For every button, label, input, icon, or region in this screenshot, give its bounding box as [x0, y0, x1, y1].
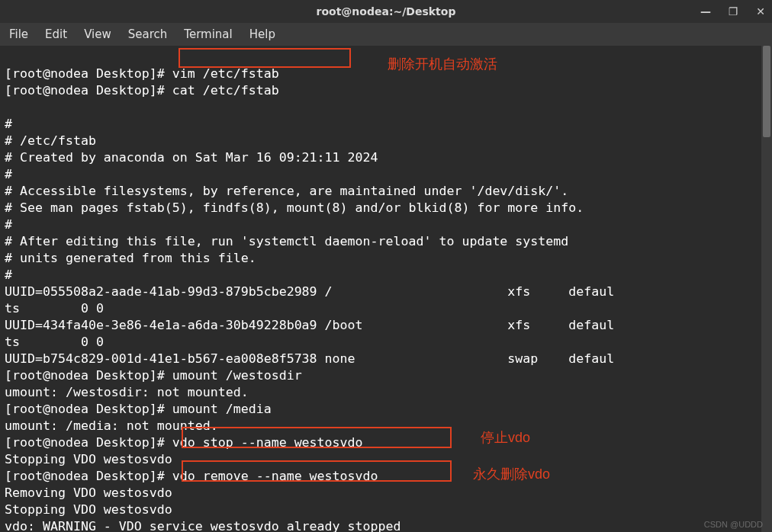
term-line: umount: /media: not mounted. — [5, 418, 218, 433]
window-buttons: — ❐ ✕ — [699, 0, 767, 23]
terminal-output[interactable]: [root@nodea Desktop]# vim /etc/fstab [ro… — [0, 46, 772, 532]
menu-help[interactable]: Help — [249, 27, 275, 41]
maximize-button[interactable]: ❐ — [726, 5, 740, 18]
term-line: # — [5, 268, 12, 282]
scrollbar-thumb[interactable] — [763, 46, 770, 137]
term-line: UUID=055508a2-aade-41ab-99d3-879b5cbe298… — [5, 284, 614, 299]
menu-view[interactable]: View — [84, 27, 111, 41]
term-line: [root@nodea Desktop]# cat /etc/fstab — [5, 83, 279, 98]
term-line: vdo: WARNING - VDO service westosvdo alr… — [5, 519, 401, 532]
term-line: UUID=434fa40e-3e86-4e1a-a6da-30b49228b0a… — [5, 318, 614, 332]
term-line: [root@nodea Desktop]# vdo remove --name … — [5, 469, 378, 483]
term-line: # units generated from this file. — [5, 251, 256, 265]
menu-bar: File Edit View Search Terminal Help — [0, 23, 772, 46]
menu-file[interactable]: File — [9, 27, 28, 41]
term-line: umount: /westosdir: not mounted. — [5, 385, 249, 399]
scrollbar[interactable] — [761, 46, 772, 532]
term-line: UUID=b754c829-001d-41e1-b567-ea008e8f573… — [5, 351, 614, 366]
term-line: # /etc/fstab — [5, 133, 96, 148]
term-line: # — [5, 167, 12, 181]
term-line: [root@nodea Desktop]# umount /westosdir — [5, 368, 302, 383]
minimize-button[interactable]: — — [699, 5, 712, 18]
term-line: Stopping VDO westosvdo — [5, 452, 172, 466]
term-line: [root@nodea Desktop]# vim /etc/fstab — [5, 66, 279, 81]
menu-edit[interactable]: Edit — [45, 27, 67, 41]
title-bar: root@nodea:~/Desktop — ❐ ✕ — [0, 0, 772, 23]
term-line: Stopping VDO westosvdo — [5, 502, 172, 517]
term-line: ts 0 0 — [5, 335, 104, 349]
window-title: root@nodea:~/Desktop — [317, 5, 456, 18]
term-line: ts 0 0 — [5, 301, 104, 316]
term-line: # — [5, 217, 12, 232]
term-line: Removing VDO westosvdo — [5, 486, 172, 500]
close-button[interactable]: ✕ — [754, 5, 767, 18]
term-line: [root@nodea Desktop]# vdo stop --name we… — [5, 435, 363, 450]
term-line: [root@nodea Desktop]# umount /media — [5, 402, 272, 416]
menu-search[interactable]: Search — [128, 27, 168, 41]
term-line: # Created by anaconda on Sat Mar 16 09:2… — [5, 150, 378, 165]
term-line: # — [5, 117, 12, 131]
term-line: # Accessible filesystems, by reference, … — [5, 184, 568, 198]
menu-terminal[interactable]: Terminal — [184, 27, 232, 41]
watermark: CSDN @UDDD — [704, 520, 763, 529]
term-line: # See man pages fstab(5), findfs(8), mou… — [5, 200, 584, 215]
term-line: # After editing this file, run 'systemct… — [5, 234, 568, 248]
